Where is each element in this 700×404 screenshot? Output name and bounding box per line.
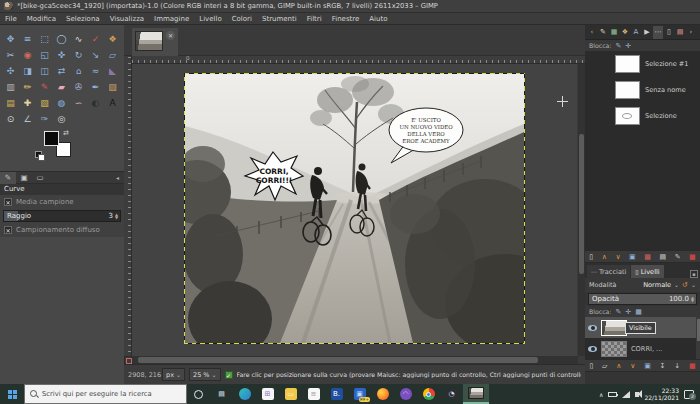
fuzzy-select-tool[interactable]: ✓ (87, 31, 104, 47)
free-select-tool[interactable]: ∿ (70, 31, 87, 47)
duplicate-path-button[interactable]: ▣ (629, 251, 636, 263)
visibility-eye-icon[interactable] (588, 325, 597, 331)
paintbrush-tool[interactable]: ✎ (36, 79, 53, 95)
menu-item[interactable]: Visualizza (105, 15, 149, 23)
edge-app[interactable] (233, 384, 256, 404)
select-by-color-tool[interactable]: ❖ (104, 31, 121, 47)
dock-chevron-left[interactable]: ‹ (587, 26, 597, 39)
vertical-scrollbar-thumb[interactable] (579, 134, 584, 274)
chrome-app[interactable] (417, 384, 440, 404)
vertical-scrollbar[interactable] (578, 64, 585, 356)
patterns-tab[interactable]: ▦ (609, 26, 619, 39)
ellipse-select-tool[interactable]: ◯ (53, 31, 70, 47)
zoom-tool[interactable]: ◎ (53, 111, 70, 127)
menu-item[interactable]: Immagine (149, 15, 194, 23)
layers-scrollbar[interactable] (696, 317, 700, 359)
crop-tool[interactable]: ◱ (36, 47, 53, 63)
device-status-tab[interactable]: ▣ (16, 172, 32, 184)
airbrush-tool[interactable]: ✇ (70, 79, 87, 95)
move-tool[interactable]: ✥ (2, 31, 19, 47)
lock-position-icon[interactable]: ✛ (625, 42, 631, 50)
smudge-tool[interactable]: ∽ (70, 95, 87, 111)
task-view-button[interactable]: ▤ (210, 384, 233, 404)
clone-tool[interactable]: ▤ (2, 95, 19, 111)
chevron-down-icon[interactable] (691, 281, 696, 289)
flip-tool[interactable]: ⇄ (53, 63, 70, 79)
paths-tool[interactable]: ✑ (36, 111, 53, 127)
menu-item[interactable]: Colori (227, 15, 257, 23)
rectangle-select-tool[interactable]: ⬚ (36, 31, 53, 47)
dock-menu-icon[interactable]: ◂ (116, 174, 119, 181)
alignment-tool[interactable]: ≡ (19, 31, 36, 47)
eraser-tool[interactable]: ▰ (53, 79, 70, 95)
dialog-menu-icon[interactable]: ▪ (690, 270, 698, 278)
visibility-eye-icon[interactable] (588, 346, 597, 352)
photos-app[interactable]: ▣ 99+ (348, 384, 371, 404)
selection-to-path-button[interactable]: ▤ (659, 251, 666, 263)
handle-transform-tool[interactable]: ✣ (2, 63, 19, 79)
pointer-tab[interactable]: ▶ (642, 26, 652, 39)
horizontal-scrollbar-thumb[interactable] (138, 357, 538, 363)
foreground-color-swatch[interactable] (44, 131, 59, 146)
menu-item[interactable]: Modifica (22, 15, 61, 23)
menu-item[interactable]: Finestre (327, 15, 365, 23)
lock-strokes-icon[interactable]: ✎ (615, 42, 621, 50)
layer-row-visibile[interactable]: Visibile (585, 317, 700, 338)
bucket-fill-tool[interactable]: ◣ (104, 63, 121, 79)
battery-icon[interactable] (608, 392, 617, 397)
raise-layer-button[interactable]: ∧ (616, 360, 621, 372)
menu-item[interactable]: Seleziona (61, 15, 105, 23)
menu-item[interactable]: Livello (194, 15, 226, 23)
cortana-button[interactable] (187, 384, 210, 404)
blur-sharpen-tool[interactable]: ◍ (53, 95, 70, 111)
horizontal-scrollbar[interactable] (132, 356, 578, 364)
menu-item[interactable]: Aiuto (364, 15, 392, 23)
network-icon[interactable] (622, 391, 630, 398)
merge-layer-button[interactable]: ↓ (674, 360, 680, 372)
checkbox-checked-icon[interactable] (4, 198, 12, 206)
delete-layer-button[interactable]: ■ (689, 360, 696, 372)
lock-alpha-icon[interactable]: ▦ (635, 308, 642, 316)
path-row-selezione-1[interactable]: Selezione #1 (585, 51, 700, 77)
obs-app[interactable]: ◔ (440, 384, 463, 404)
menu-item[interactable]: Filtri (302, 15, 327, 23)
measure-tool[interactable]: ∠ (19, 111, 36, 127)
b-app[interactable]: B. (325, 384, 348, 404)
cage-transform-tool[interactable]: ⌂ (70, 63, 87, 79)
perspective-tool[interactable]: ◨ (19, 63, 36, 79)
rotate-tool[interactable]: ↻ (70, 47, 87, 63)
default-colors-icon[interactable] (35, 151, 44, 160)
lock-pixels-icon[interactable]: ✎ (615, 308, 621, 316)
new-layer-button[interactable]: ▯ (589, 360, 593, 372)
tab-livelli[interactable]: ▯Livelli (631, 265, 663, 278)
chevron-down-icon[interactable] (674, 281, 679, 289)
warp-transform-tool[interactable]: ≈ (87, 63, 104, 79)
duplicate-layer-button[interactable]: ▣ (644, 360, 651, 372)
foreground-select-tool[interactable]: ◉ (19, 47, 36, 63)
histories-tab[interactable]: ▭ (32, 172, 48, 184)
layer-row-corri[interactable]: CORRI, ... (585, 338, 700, 359)
opacity-slider[interactable]: Opacità 100.0 ▲▼ (588, 293, 697, 305)
new-group-button[interactable]: ▱ (602, 360, 607, 372)
mode-dropdown[interactable]: Normale (643, 281, 671, 289)
unit-dropdown[interactable]: px (162, 368, 185, 381)
shear-tool[interactable]: ▱ (104, 47, 121, 63)
volume-icon[interactable] (635, 392, 639, 397)
anchor-layer-button[interactable]: ↧ (660, 360, 666, 372)
file-explorer-app[interactable]: ▭ (279, 384, 302, 404)
text-tool[interactable]: A (104, 95, 121, 111)
store-app[interactable]: ⊞ (256, 384, 279, 404)
stroke-path-button[interactable]: ✎ (675, 251, 681, 263)
canvas-viewport[interactable]: CORRI, CORRI!!! E' USCITO UN NUOVO VIDEO… (132, 64, 577, 356)
diffuse-sampling-option[interactable]: Campionamento diffuso (0, 223, 124, 237)
dock-chevron-right[interactable]: › (686, 26, 696, 39)
ink-tool[interactable]: ✒ (87, 79, 104, 95)
lower-layer-button[interactable]: ∨ (630, 360, 635, 372)
history-tab[interactable]: ⋯ (653, 26, 663, 39)
unified-transform-tool[interactable]: ✜ (53, 47, 70, 63)
menu-item[interactable]: Strumenti (257, 15, 302, 23)
image-tab[interactable]: ✕ (132, 28, 178, 56)
new-path-button[interactable]: ▯ (589, 251, 593, 263)
fonts-tab[interactable]: A (631, 26, 641, 39)
scale-tool[interactable]: ↘ (87, 47, 104, 63)
